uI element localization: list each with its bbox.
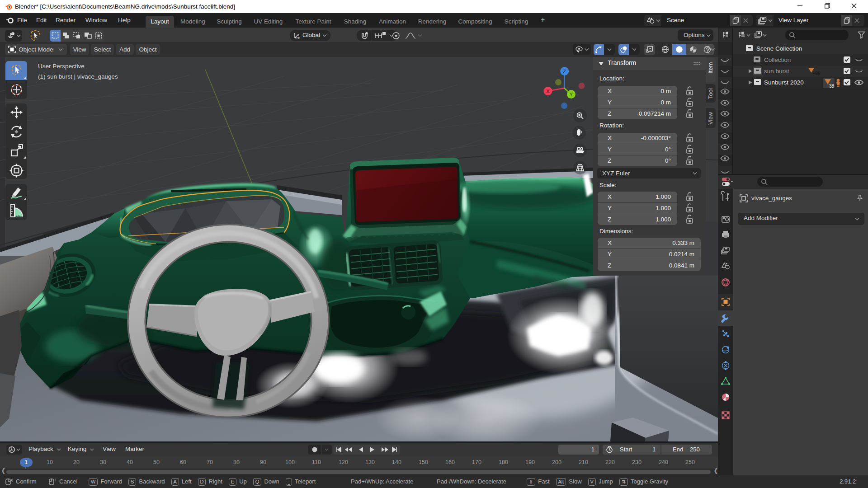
svg-text:Collection: Collection [764, 56, 791, 63]
svg-text:sun burst: sun burst [764, 68, 789, 75]
svg-text:X: X [546, 89, 550, 94]
svg-text:Sunburst 2020: Sunburst 2020 [764, 79, 804, 86]
svg-text:Scene Collection: Scene Collection [756, 45, 802, 52]
svg-text:+99: +99 [812, 70, 821, 76]
svg-text:Y: Y [570, 92, 573, 97]
svg-text:38: 38 [829, 84, 835, 88]
svg-text:Z: Z [563, 69, 566, 74]
